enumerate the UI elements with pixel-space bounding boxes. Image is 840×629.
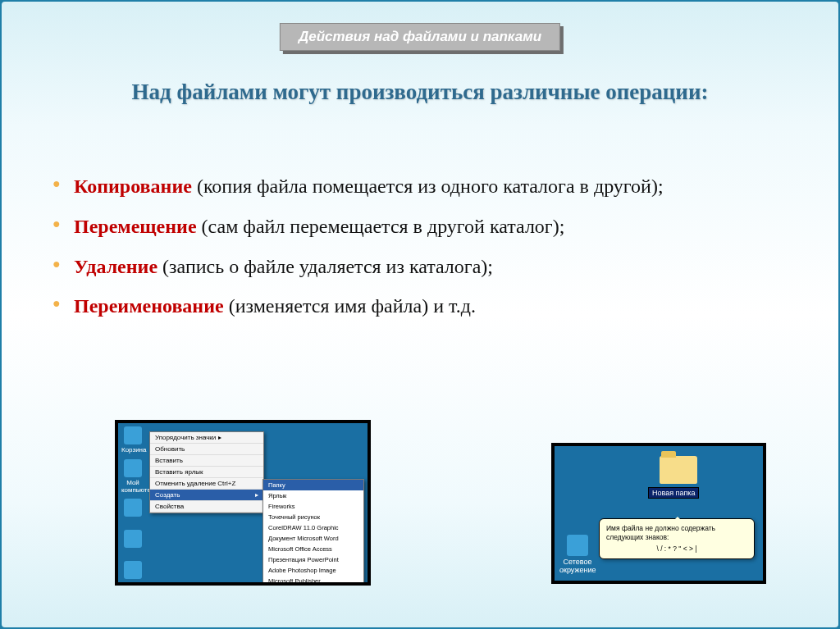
desktop-icon [121, 499, 144, 518]
submenu-item: CorelDRAW 11.0 Graphic [263, 522, 363, 533]
slide-header-bar: Действия над файлами и папками [280, 23, 560, 51]
context-menu-item: Вставить ярлык [150, 467, 263, 478]
context-menu-item: Свойства [150, 501, 263, 513]
context-menu-item-highlight: Создать ▸ [150, 490, 263, 501]
warning-tooltip: Имя файла не должно содержать следующих … [599, 518, 755, 559]
list-item: Перемещение (сам файл перемещается в дру… [49, 212, 791, 241]
submenu-item: Ярлык [263, 490, 363, 501]
slide-body: Копирование (копия файла помещается из о… [49, 172, 791, 332]
context-menu-item: Вставить [150, 455, 263, 467]
bullet-list: Копирование (копия файла помещается из о… [49, 172, 791, 321]
submenu-item: Fireworks [263, 501, 363, 512]
submenu-item: Adobe Photoshop Image [263, 565, 363, 576]
embedded-screenshot-context-menu: КорзинаМой компьютерInternet Explorer Уп… [115, 420, 371, 586]
desktop-icon: Мой компьютер [121, 459, 144, 494]
slide-title: Над файлами могут производиться различны… [0, 72, 840, 112]
context-menu-item: Упорядочить значки ▸ [150, 432, 263, 444]
folder-icon [660, 456, 697, 484]
context-submenu: Папку ЯрлыкFireworksТочечный рисунокCore… [262, 479, 364, 582]
submenu-item: Microsoft Publisher [263, 576, 363, 582]
folder-name-editbox: Новая папка [648, 487, 699, 499]
context-menu-item: Отменить удаление Ctrl+Z [150, 478, 263, 490]
list-item: Копирование (копия файла помещается из о… [49, 172, 791, 201]
desktop-icon: Корзина [121, 426, 144, 454]
list-item: Удаление (запись о файле удаляется из ка… [49, 253, 791, 281]
list-item: Переименование (изменяется имя файла) и … [49, 292, 791, 321]
submenu-item: Документ Microsoft Word [263, 533, 363, 544]
submenu-item: Точечный рисунок [263, 512, 363, 522]
submenu-item: Презентация PowerPoint [263, 554, 363, 565]
desktop-icon [121, 530, 144, 549]
embedded-screenshot-rename-tooltip: Новая папка Сетевое окружение Имя файла … [551, 443, 766, 584]
submenu-item: Microsoft Office Access [263, 544, 363, 554]
context-menu: Упорядочить значки ▸ОбновитьВставитьВста… [149, 431, 264, 513]
desktop-icon-network: Сетевое окружение [559, 535, 596, 574]
submenu-item-highlight: Папку [263, 480, 363, 490]
context-menu-item: Обновить [150, 444, 263, 455]
desktop-icon: Internet Explorer [121, 561, 144, 582]
